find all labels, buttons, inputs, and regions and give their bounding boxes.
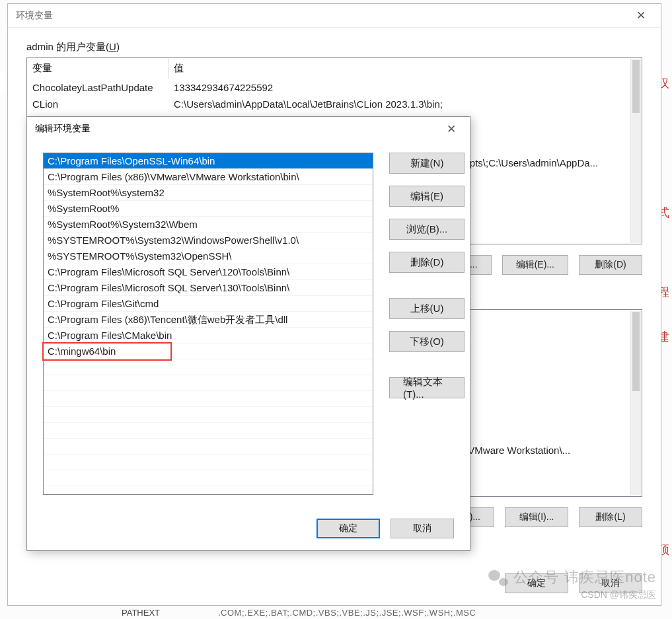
path-list-item[interactable]: %SystemRoot%\System32\Wbem bbox=[44, 217, 373, 233]
edit-path-dialog: 编辑环境变量 ✕ C:\Program Files\OpenSSL-Win64\… bbox=[26, 116, 470, 551]
cell-var: CLion bbox=[27, 96, 168, 112]
edit-path-title: 编辑环境变量 bbox=[34, 123, 439, 135]
path-list-empty-row bbox=[44, 375, 373, 391]
user-vars-label-mnemonic: U bbox=[109, 41, 116, 52]
path-list-item[interactable]: C:\mingw64\bin bbox=[44, 344, 373, 359]
edit-path-dialog-buttons: 确定 取消 bbox=[317, 519, 454, 538]
path-list-empty-row bbox=[44, 407, 373, 423]
user-edit-button[interactable]: 编辑(E)... bbox=[502, 255, 568, 275]
path-list[interactable]: C:\Program Files\OpenSSL-Win64\binC:\Pro… bbox=[43, 153, 373, 495]
user-vars-section-label: admin 的用户变量(U) bbox=[26, 41, 642, 54]
user-delete-button[interactable]: 删除(D) bbox=[579, 255, 642, 275]
path-cancel-button[interactable]: 取消 bbox=[391, 519, 454, 538]
env-cancel-button[interactable]: 取消 bbox=[579, 573, 642, 593]
table-row[interactable]: ChocolateyLastPathUpdate 133342934674225… bbox=[27, 79, 642, 96]
user-vars-label-prefix: admin 的用户变量( bbox=[26, 41, 109, 52]
path-list-item[interactable]: C:\Program Files\Microsoft SQL Server\12… bbox=[44, 264, 373, 280]
path-list-empty-row bbox=[44, 470, 373, 486]
bg-pathext-value: .COM;.EXE;.BAT;.CMD;.VBS;.VBE;.JS;.JSE;.… bbox=[218, 608, 476, 618]
path-browse-button[interactable]: 浏览(B)... bbox=[389, 219, 465, 240]
cell-val: C:\Users\admin\AppData\Local\JetBrains\C… bbox=[168, 96, 642, 112]
close-icon[interactable]: ✕ bbox=[439, 122, 463, 136]
path-list-item[interactable]: C:\Program Files\OpenSSL-Win64\bin bbox=[44, 153, 373, 169]
path-list-item[interactable]: C:\Program Files\Microsoft SQL Server\13… bbox=[44, 280, 373, 296]
path-list-item[interactable]: %SystemRoot%\system32 bbox=[44, 185, 373, 201]
user-vars-scrollbar[interactable] bbox=[630, 59, 641, 243]
env-vars-title: 环境变量 bbox=[16, 10, 629, 22]
col-header-value[interactable]: 值 bbox=[168, 58, 642, 79]
close-icon[interactable]: ✕ bbox=[629, 9, 653, 22]
path-list-item[interactable]: C:\Program Files (x86)\Tencent\微信web开发者工… bbox=[44, 312, 373, 328]
user-vars-label-suffix: ) bbox=[116, 41, 120, 52]
path-list-empty-row bbox=[44, 359, 373, 375]
path-list-item[interactable]: C:\Program Files\CMake\bin bbox=[44, 328, 373, 344]
bg-pathext-label: PATHEXT bbox=[122, 608, 160, 618]
edit-path-titlebar[interactable]: 编辑环境变量 ✕ bbox=[27, 117, 470, 141]
path-list-item[interactable]: C:\Program Files (x86)\VMware\VMware Wor… bbox=[44, 169, 373, 185]
path-edit-button[interactable]: 编辑(E) bbox=[389, 186, 465, 207]
path-list-item[interactable]: %SYSTEMROOT%\System32\WindowsPowerShell\… bbox=[44, 233, 373, 248]
path-list-empty-row bbox=[44, 455, 373, 470]
path-list-empty-row bbox=[44, 391, 373, 407]
path-list-empty-row bbox=[44, 439, 373, 455]
path-moveup-button[interactable]: 上移(U) bbox=[389, 298, 465, 319]
path-new-button[interactable]: 新建(N) bbox=[389, 153, 465, 174]
path-list-item[interactable]: %SystemRoot% bbox=[44, 201, 373, 217]
path-movedown-button[interactable]: 下移(O) bbox=[389, 331, 465, 352]
system-vars-scrollbar[interactable] bbox=[630, 310, 641, 495]
cell-var: ChocolateyLastPathUpdate bbox=[27, 79, 168, 96]
cell-val: 133342934674225592 bbox=[168, 79, 642, 96]
path-delete-button[interactable]: 删除(D) bbox=[389, 252, 465, 273]
path-list-empty-row bbox=[44, 423, 373, 439]
scroll-thumb[interactable] bbox=[632, 312, 640, 391]
sys-edit-button[interactable]: 编辑(I)... bbox=[505, 507, 568, 527]
scroll-thumb[interactable] bbox=[632, 60, 640, 113]
col-header-variable[interactable]: 变量 bbox=[27, 58, 168, 79]
env-ok-button[interactable]: 确定 bbox=[505, 573, 568, 593]
path-edit-side-buttons: 新建(N) 编辑(E) 浏览(B)... 删除(D) 上移(U) 下移(O) 编… bbox=[389, 153, 458, 398]
path-edittext-button[interactable]: 编辑文本(T)... bbox=[389, 377, 465, 398]
path-list-item[interactable]: %SYSTEMROOT%\System32\OpenSSH\ bbox=[44, 248, 373, 264]
sys-delete-button[interactable]: 删除(L) bbox=[579, 507, 642, 527]
env-vars-titlebar[interactable]: 环境变量 ✕ bbox=[8, 4, 661, 28]
user-vars-table-header: 变量 值 bbox=[27, 58, 642, 79]
path-list-empty-row bbox=[44, 486, 373, 494]
path-list-item[interactable]: C:\Program Files\Git\cmd bbox=[44, 296, 373, 312]
env-vars-dialog-buttons: 确定 取消 bbox=[505, 573, 642, 593]
table-row[interactable]: CLion C:\Users\admin\AppData\Local\JetBr… bbox=[27, 96, 642, 112]
path-ok-button[interactable]: 确定 bbox=[317, 519, 380, 538]
